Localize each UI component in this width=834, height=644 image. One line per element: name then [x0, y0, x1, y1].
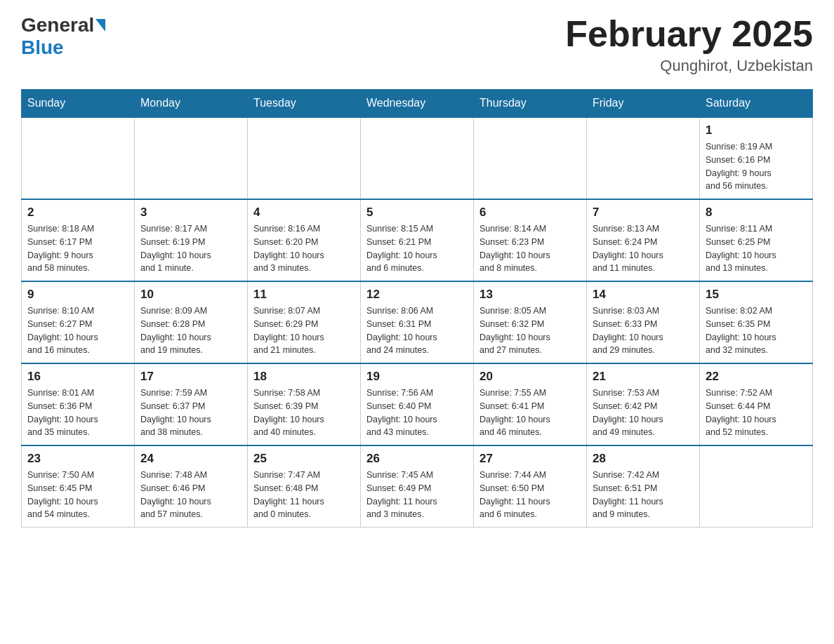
calendar-day-cell: 20Sunrise: 7:55 AM Sunset: 6:41 PM Dayli… — [474, 363, 587, 445]
day-number: 14 — [593, 288, 694, 302]
day-info: Sunrise: 7:45 AM Sunset: 6:49 PM Dayligh… — [366, 469, 468, 521]
calendar-week-row: 1Sunrise: 8:19 AM Sunset: 6:16 PM Daylig… — [22, 117, 813, 199]
calendar-day-cell: 19Sunrise: 7:56 AM Sunset: 6:40 PM Dayli… — [361, 363, 474, 445]
calendar-day-cell: 18Sunrise: 7:58 AM Sunset: 6:39 PM Dayli… — [248, 363, 361, 445]
day-number: 7 — [593, 206, 694, 220]
calendar-day-cell — [361, 117, 474, 199]
calendar-day-cell: 2Sunrise: 8:18 AM Sunset: 6:17 PM Daylig… — [22, 199, 135, 281]
day-info: Sunrise: 8:18 AM Sunset: 6:17 PM Dayligh… — [27, 222, 128, 275]
day-number: 25 — [253, 452, 355, 466]
calendar-day-cell: 21Sunrise: 7:53 AM Sunset: 6:42 PM Dayli… — [587, 363, 700, 445]
calendar-day-cell: 7Sunrise: 8:13 AM Sunset: 6:24 PM Daylig… — [587, 199, 700, 281]
day-info: Sunrise: 8:09 AM Sunset: 6:28 PM Dayligh… — [140, 304, 241, 357]
logo-blue-text: Blue — [21, 36, 64, 58]
calendar-day-cell: 5Sunrise: 8:15 AM Sunset: 6:21 PM Daylig… — [361, 199, 474, 281]
day-number: 26 — [366, 452, 468, 466]
day-info: Sunrise: 7:59 AM Sunset: 6:37 PM Dayligh… — [140, 387, 241, 439]
location-title: Qunghirot, Uzbekistan — [565, 57, 813, 75]
day-of-week-header: Friday — [587, 90, 700, 118]
day-of-week-header: Thursday — [474, 90, 587, 118]
day-number: 27 — [479, 452, 581, 466]
day-info: Sunrise: 8:06 AM Sunset: 6:31 PM Dayligh… — [366, 304, 468, 357]
day-number: 13 — [479, 288, 581, 302]
logo-arrow-icon — [95, 19, 105, 32]
day-number: 15 — [706, 288, 807, 302]
calendar-week-row: 16Sunrise: 8:01 AM Sunset: 6:36 PM Dayli… — [22, 363, 813, 445]
calendar-day-cell: 15Sunrise: 8:02 AM Sunset: 6:35 PM Dayli… — [700, 281, 813, 363]
calendar-week-row: 9Sunrise: 8:10 AM Sunset: 6:27 PM Daylig… — [22, 281, 813, 363]
day-number: 19 — [366, 370, 468, 384]
calendar-week-row: 2Sunrise: 8:18 AM Sunset: 6:17 PM Daylig… — [22, 199, 813, 281]
day-of-week-header: Sunday — [22, 90, 135, 118]
day-number: 12 — [366, 288, 468, 302]
day-number: 20 — [479, 370, 581, 384]
calendar-day-cell: 10Sunrise: 8:09 AM Sunset: 6:28 PM Dayli… — [135, 281, 248, 363]
day-info: Sunrise: 8:01 AM Sunset: 6:36 PM Dayligh… — [27, 387, 128, 439]
day-number: 1 — [706, 123, 807, 137]
day-number: 21 — [593, 370, 694, 384]
calendar-day-cell: 17Sunrise: 7:59 AM Sunset: 6:37 PM Dayli… — [135, 363, 248, 445]
day-info: Sunrise: 8:14 AM Sunset: 6:23 PM Dayligh… — [479, 222, 581, 275]
calendar-day-cell: 8Sunrise: 8:11 AM Sunset: 6:25 PM Daylig… — [700, 199, 813, 281]
calendar-day-cell: 13Sunrise: 8:05 AM Sunset: 6:32 PM Dayli… — [474, 281, 587, 363]
logo-general-text: General — [21, 14, 94, 36]
day-info: Sunrise: 7:48 AM Sunset: 6:46 PM Dayligh… — [140, 469, 241, 521]
day-info: Sunrise: 8:15 AM Sunset: 6:21 PM Dayligh… — [366, 222, 468, 275]
day-number: 5 — [366, 206, 468, 220]
calendar-day-cell: 26Sunrise: 7:45 AM Sunset: 6:49 PM Dayli… — [361, 445, 474, 528]
day-info: Sunrise: 7:58 AM Sunset: 6:39 PM Dayligh… — [253, 387, 355, 439]
day-info: Sunrise: 7:55 AM Sunset: 6:41 PM Dayligh… — [479, 387, 581, 439]
day-number: 6 — [479, 206, 581, 220]
day-number: 9 — [27, 288, 128, 302]
day-info: Sunrise: 8:10 AM Sunset: 6:27 PM Dayligh… — [27, 304, 128, 357]
day-of-week-header: Wednesday — [361, 90, 474, 118]
calendar-day-cell: 6Sunrise: 8:14 AM Sunset: 6:23 PM Daylig… — [474, 199, 587, 281]
day-number: 11 — [253, 288, 355, 302]
day-info: Sunrise: 7:52 AM Sunset: 6:44 PM Dayligh… — [706, 387, 807, 439]
day-of-week-header: Saturday — [700, 90, 813, 118]
day-info: Sunrise: 7:53 AM Sunset: 6:42 PM Dayligh… — [593, 387, 694, 439]
day-number: 2 — [27, 206, 128, 220]
calendar-day-cell: 3Sunrise: 8:17 AM Sunset: 6:19 PM Daylig… — [135, 199, 248, 281]
page-header: General Blue February 2025 Qunghirot, Uz… — [21, 14, 813, 75]
calendar-day-cell: 22Sunrise: 7:52 AM Sunset: 6:44 PM Dayli… — [700, 363, 813, 445]
day-info: Sunrise: 8:16 AM Sunset: 6:20 PM Dayligh… — [253, 222, 355, 275]
calendar-header-row: SundayMondayTuesdayWednesdayThursdayFrid… — [22, 90, 813, 118]
day-number: 18 — [253, 370, 355, 384]
day-info: Sunrise: 7:56 AM Sunset: 6:40 PM Dayligh… — [366, 387, 468, 439]
day-info: Sunrise: 8:11 AM Sunset: 6:25 PM Dayligh… — [706, 222, 807, 275]
calendar-day-cell — [248, 117, 361, 199]
day-info: Sunrise: 8:19 AM Sunset: 6:16 PM Dayligh… — [706, 140, 807, 193]
day-info: Sunrise: 8:03 AM Sunset: 6:33 PM Dayligh… — [593, 304, 694, 357]
month-title: February 2025 — [565, 14, 813, 54]
calendar-day-cell — [700, 445, 813, 528]
day-info: Sunrise: 8:07 AM Sunset: 6:29 PM Dayligh… — [253, 304, 355, 357]
logo: General Blue — [21, 14, 107, 59]
day-number: 3 — [140, 206, 241, 220]
calendar-day-cell: 11Sunrise: 8:07 AM Sunset: 6:29 PM Dayli… — [248, 281, 361, 363]
day-info: Sunrise: 8:17 AM Sunset: 6:19 PM Dayligh… — [140, 222, 241, 275]
calendar-day-cell: 25Sunrise: 7:47 AM Sunset: 6:48 PM Dayli… — [248, 445, 361, 528]
title-section: February 2025 Qunghirot, Uzbekistan — [565, 14, 813, 75]
calendar-day-cell — [587, 117, 700, 199]
calendar-day-cell: 12Sunrise: 8:06 AM Sunset: 6:31 PM Dayli… — [361, 281, 474, 363]
day-number: 4 — [253, 206, 355, 220]
day-of-week-header: Tuesday — [248, 90, 361, 118]
day-number: 8 — [706, 206, 807, 220]
day-info: Sunrise: 7:44 AM Sunset: 6:50 PM Dayligh… — [479, 469, 581, 521]
day-number: 17 — [140, 370, 241, 384]
calendar-day-cell: 14Sunrise: 8:03 AM Sunset: 6:33 PM Dayli… — [587, 281, 700, 363]
calendar-day-cell — [22, 117, 135, 199]
calendar-day-cell — [135, 117, 248, 199]
day-number: 16 — [27, 370, 128, 384]
day-info: Sunrise: 8:02 AM Sunset: 6:35 PM Dayligh… — [706, 304, 807, 357]
day-info: Sunrise: 7:50 AM Sunset: 6:45 PM Dayligh… — [27, 469, 128, 521]
day-number: 22 — [706, 370, 807, 384]
day-info: Sunrise: 8:13 AM Sunset: 6:24 PM Dayligh… — [593, 222, 694, 275]
calendar-day-cell: 1Sunrise: 8:19 AM Sunset: 6:16 PM Daylig… — [700, 117, 813, 199]
calendar-day-cell: 16Sunrise: 8:01 AM Sunset: 6:36 PM Dayli… — [22, 363, 135, 445]
day-info: Sunrise: 8:05 AM Sunset: 6:32 PM Dayligh… — [479, 304, 581, 357]
calendar-day-cell: 4Sunrise: 8:16 AM Sunset: 6:20 PM Daylig… — [248, 199, 361, 281]
calendar-day-cell: 24Sunrise: 7:48 AM Sunset: 6:46 PM Dayli… — [135, 445, 248, 528]
calendar-table: SundayMondayTuesdayWednesdayThursdayFrid… — [21, 89, 813, 528]
